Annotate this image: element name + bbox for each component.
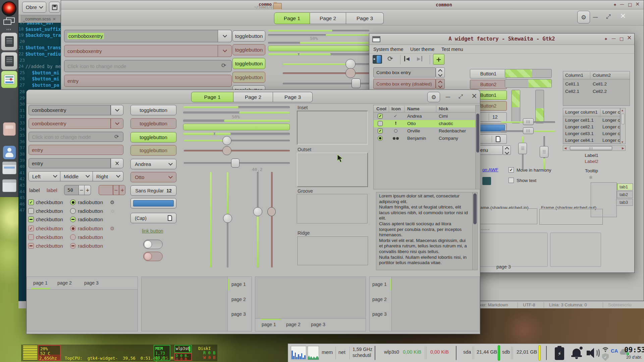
- dock-item-package[interactable]: [3, 122, 16, 136]
- tab-page3[interactable]: Page 3: [273, 92, 313, 102]
- net-label[interactable]: net: [338, 349, 345, 355]
- tab-page2[interactable]: Page 2: [310, 12, 346, 24]
- column-header[interactable]: Column1: [565, 73, 583, 78]
- gtk2-table2[interactable]: Longer column1Longer col Longer cell1.1L…: [563, 108, 620, 144]
- scrollbar-thumb[interactable]: [570, 146, 612, 150]
- icon-entry[interactable]: Click icon to change mode: [64, 60, 232, 72]
- tab-page3[interactable]: Page 3: [346, 12, 384, 24]
- radio-unselected[interactable]: [70, 208, 76, 214]
- checkbox-checked[interactable]: ✓: [28, 199, 34, 205]
- table-cell[interactable]: Cell2.1: [565, 89, 579, 94]
- option-spin-segment[interactable]: [503, 145, 511, 155]
- file-chooser-button[interactable]: (Cap): [130, 213, 176, 223]
- scroll-down-icon[interactable]: ▾: [622, 140, 623, 144]
- door-icon[interactable]: ▸: [373, 55, 382, 64]
- menu-user-theme[interactable]: User theme: [410, 47, 434, 52]
- check-move-harmony[interactable]: ✓Move in harmony: [508, 167, 551, 173]
- divider[interactable]: [436, 106, 436, 112]
- column-header[interactable]: Column2: [593, 73, 611, 78]
- spin-plus-button[interactable]: +: [85, 185, 91, 195]
- common-titlebar[interactable]: common ~/Temes/GTK common ✦ — □ ×: [61, 0, 644, 9]
- tab-page1[interactable]: Page 1: [191, 92, 233, 102]
- tab-page3[interactable]: page 3: [372, 311, 387, 317]
- pin-icon[interactable]: ✦: [604, 37, 608, 41]
- table-cell[interactable]: Cell1.1: [565, 81, 579, 86]
- togglebutton-active[interactable]: togglebutton: [130, 132, 176, 142]
- tab-close-icon[interactable]: ×: [52, 16, 56, 21]
- divider[interactable]: [389, 106, 389, 112]
- gear-icon[interactable]: ⚙: [110, 199, 114, 205]
- scale-grip[interactable]: [523, 118, 534, 125]
- vscale-2-handle[interactable]: [223, 214, 232, 223]
- row-checkbox-checked[interactable]: ✓: [378, 128, 383, 133]
- spin-value[interactable]: 50: [64, 185, 79, 195]
- scale-grip[interactable]: [518, 143, 527, 154]
- unmaximize-icon[interactable]: ⤢: [459, 93, 463, 100]
- vscale-3-handle[interactable]: [253, 207, 262, 216]
- scale-grip[interactable]: [523, 127, 534, 134]
- scrollbar-thumb[interactable]: [473, 193, 477, 224]
- volume-icon[interactable]: [587, 348, 598, 358]
- comboboxentry-1[interactable]: comboboxentry: [29, 105, 111, 115]
- clock-time[interactable]: 09:53: [624, 346, 644, 354]
- entry-clearable[interactable]: entry: [29, 158, 111, 168]
- link-button[interactable]: link button: [142, 228, 163, 234]
- table-cell[interactable]: Longer cel: [602, 124, 620, 129]
- tree-row-3[interactable]: ✓ ○ Orville Redenbacher: [374, 127, 475, 135]
- dropdown-left[interactable]: Left: [29, 171, 60, 181]
- scale-handle-flat[interactable]: [352, 78, 361, 88]
- tab-page1-active[interactable]: page 1: [262, 322, 276, 327]
- divider[interactable]: [405, 106, 405, 112]
- table-cell[interactable]: Longer cell4.1: [565, 138, 594, 143]
- tab-page2[interactable]: page 2: [231, 297, 246, 302]
- dock-item-window-2[interactable]: [2, 179, 16, 192]
- minimize-icon[interactable]: —: [620, 2, 624, 6]
- battery-icon[interactable]: ⚡: [555, 346, 565, 360]
- cpu-graph[interactable]: [291, 346, 306, 360]
- refresh-icon[interactable]: ⟳: [114, 133, 119, 140]
- vscale-1[interactable]: [210, 172, 212, 267]
- scroll-left-icon[interactable]: ◀: [564, 146, 567, 150]
- table-cell[interactable]: Longer cell3.1: [565, 131, 594, 136]
- clock-date[interactable]: 20 d'abr.: [626, 355, 642, 360]
- radio-indeterminate[interactable]: [70, 217, 76, 222]
- check-show-text[interactable]: Show text: [508, 178, 536, 183]
- close-icon[interactable]: ×: [635, 2, 640, 6]
- table2-vscrollbar[interactable]: ▴ ▾: [620, 108, 626, 144]
- tree-header-nick[interactable]: Nick: [439, 106, 448, 111]
- tree-scrollbar[interactable]: [475, 105, 480, 189]
- minimize-icon[interactable]: —: [611, 36, 616, 41]
- column-header[interactable]: Longer column1: [565, 110, 598, 115]
- pin-icon[interactable]: ✦: [613, 3, 617, 7]
- shield-icon[interactable]: ✓: [602, 353, 609, 361]
- menu-gear-button[interactable]: ⚙: [577, 11, 590, 23]
- gtk2-table1[interactable]: Column1Column2 Cell1.1 Cell1.2 Cell2.1 C…: [563, 71, 630, 106]
- bell-icon[interactable]: [570, 347, 584, 360]
- row-checkbox-unchecked[interactable]: [378, 121, 383, 126]
- row-checkbox-checked[interactable]: ✓: [378, 114, 383, 119]
- scale-handle[interactable]: [222, 136, 231, 145]
- table-cell[interactable]: Longer cel: [602, 118, 620, 123]
- combo-arrow-button[interactable]: [218, 30, 232, 42]
- first-icon[interactable]: ◀: [404, 56, 410, 61]
- tree-row-1[interactable]: ✓ ✓ Andrea Cimi: [374, 113, 475, 120]
- tab-page1[interactable]: Page 1: [274, 12, 310, 24]
- font-button[interactable]: Sans Regular12: [130, 185, 176, 196]
- gtk2-menubar[interactable]: System theme User theme Test menu: [369, 45, 634, 54]
- tree-row-2-selected[interactable]: ! Otto chaotic: [374, 120, 475, 127]
- dropdown-right[interactable]: Right: [93, 171, 123, 181]
- minimize-icon[interactable]: —: [593, 14, 598, 20]
- checkbox-indeterminate[interactable]: [28, 217, 34, 222]
- maximize-icon[interactable]: □: [620, 37, 624, 41]
- tab-page3[interactable]: page 3: [311, 322, 325, 327]
- tab-page2[interactable]: page 2: [286, 322, 301, 327]
- gtk2-button1[interactable]: Button1: [470, 69, 507, 78]
- togglebutton-normal[interactable]: togglebutton: [232, 31, 265, 42]
- close-icon[interactable]: ×: [627, 36, 632, 40]
- checkbox[interactable]: ✓: [508, 167, 514, 173]
- menu-system-theme[interactable]: System theme: [373, 47, 403, 52]
- tab-page1-active[interactable]: page 1: [33, 280, 48, 286]
- gtk2-page3-tab[interactable]: page 3: [496, 264, 511, 269]
- dock-item-user[interactable]: [3, 146, 16, 159]
- table-cell[interactable]: Longer cell1.1: [565, 118, 594, 123]
